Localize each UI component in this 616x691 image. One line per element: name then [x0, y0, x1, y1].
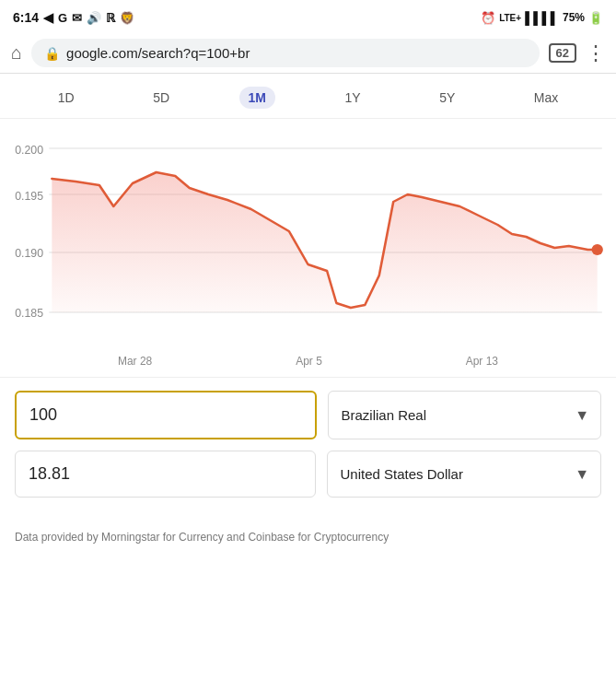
main-content: 1D 5D 1M 1Y 5Y Max 0.200 0.195 0.190 0.1… — [0, 74, 616, 560]
tab-1y[interactable]: 1Y — [336, 87, 370, 109]
chart-svg: 0.200 0.195 0.190 0.185 — [9, 128, 607, 349]
alarm-icon: ⏰ — [481, 11, 495, 25]
tab-5y[interactable]: 5Y — [430, 87, 464, 109]
status-right-icons: ⏰ LTE+ ▌▌▌▌ 75% 🔋 — [481, 11, 603, 25]
chart-container: 0.200 0.195 0.190 0.185 — [0, 119, 616, 377]
lock-icon: 🔒 — [44, 46, 60, 61]
svg-text:0.185: 0.185 — [15, 307, 43, 320]
url-bar[interactable]: 🔒 google.com/search?q=100+br — [31, 39, 539, 67]
battery-percent: 75% — [563, 11, 585, 24]
from-currency-select[interactable]: Brazilian Real US Dollar Euro — [329, 394, 601, 436]
svg-point-8 — [592, 244, 603, 255]
svg-text:0.200: 0.200 — [15, 144, 43, 157]
to-currency-select[interactable]: United States Dollar Euro Brazilian Real — [328, 453, 601, 495]
tab-count[interactable]: 62 — [549, 43, 576, 63]
home-button[interactable]: ⌂ — [11, 42, 22, 64]
tab-max[interactable]: Max — [525, 87, 567, 109]
shield-icon: 🦁 — [120, 11, 134, 25]
status-time: 6:14 — [13, 10, 39, 25]
converter-row-to: 18.81 United States Dollar Euro Brazilia… — [15, 451, 601, 498]
converter-section: Brazilian Real US Dollar Euro ▼ 18.81 Un… — [0, 377, 616, 521]
lte-badge: LTE+ — [499, 13, 521, 23]
tab-1m[interactable]: 1M — [239, 87, 275, 109]
x-label-mar28: Mar 28 — [118, 355, 152, 368]
sim-icon: G — [58, 11, 67, 25]
tab-5d[interactable]: 5D — [144, 87, 179, 109]
data-source-text: Data provided by Morningstar for Currenc… — [0, 521, 616, 560]
audio-icon: 🔊 — [87, 11, 101, 25]
status-bar: 6:14 ◀ G ✉ 🔊 ℝ 🦁 ⏰ LTE+ ▌▌▌▌ 75% 🔋 — [0, 0, 616, 33]
tab-1d[interactable]: 1D — [49, 87, 84, 109]
x-label-apr5: Apr 5 — [296, 355, 322, 368]
amount-input[interactable] — [15, 391, 317, 439]
signal-icon: ▌▌▌▌ — [525, 11, 559, 25]
time-period-tabs: 1D 5D 1M 1Y 5Y Max — [0, 74, 616, 119]
chart-x-labels: Mar 28 Apr 5 Apr 13 — [9, 353, 607, 377]
battery-icon: 🔋 — [588, 11, 603, 25]
navigation-icon: ◀ — [43, 10, 53, 25]
status-time-area: 6:14 ◀ G ✉ 🔊 ℝ 🦁 — [13, 10, 134, 25]
browser-bar: ⌂ 🔒 google.com/search?q=100+br 62 ⋮ — [0, 33, 616, 74]
from-currency-wrapper[interactable]: Brazilian Real US Dollar Euro ▼ — [328, 391, 602, 439]
mail-icon: ✉ — [72, 11, 82, 25]
converter-row-from: Brazilian Real US Dollar Euro ▼ — [15, 391, 601, 439]
app-icon-r: ℝ — [106, 11, 115, 25]
svg-text:0.190: 0.190 — [15, 247, 43, 260]
svg-text:0.195: 0.195 — [15, 190, 43, 203]
result-display: 18.81 — [15, 451, 316, 498]
url-text: google.com/search?q=100+br — [66, 45, 526, 61]
menu-dots-button[interactable]: ⋮ — [586, 41, 605, 65]
to-currency-wrapper[interactable]: United States Dollar Euro Brazilian Real… — [327, 451, 602, 498]
x-label-apr13: Apr 13 — [466, 355, 498, 368]
